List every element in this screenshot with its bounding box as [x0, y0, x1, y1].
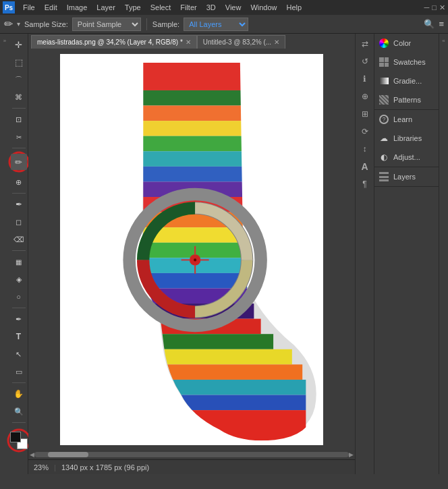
svg-rect-5	[136, 105, 247, 121]
adjust-icon: ◐	[379, 152, 389, 163]
panel-strip-extra2[interactable]: ↕	[358, 142, 372, 156]
slice-tool[interactable]: ✂	[11, 129, 27, 145]
heal-tool[interactable]: ⊕	[11, 174, 27, 190]
shape-tool[interactable]: ▭	[11, 364, 27, 380]
sample-size-label: Sample Size:	[24, 20, 68, 28]
tabs-bar: meias-listradas.png @ 34,2% (Layer 4, RG…	[28, 34, 355, 49]
eraser-tool[interactable]: ⌫	[11, 231, 27, 248]
pen-tool[interactable]: ✒	[11, 311, 27, 327]
minimize-btn[interactable]: ─	[424, 3, 430, 11]
scrollbar-track[interactable]	[34, 452, 349, 457]
menu-window[interactable]: Window	[246, 3, 281, 11]
status-separator: |	[54, 463, 56, 471]
maximize-btn[interactable]: □	[432, 3, 437, 11]
tab-meias-label: meias-listradas.png @ 34,2% (Layer 4, RG…	[37, 38, 183, 46]
menu-view[interactable]: View	[221, 3, 246, 11]
sample-size-select[interactable]: Point Sample 3 by 3 Average 5 by 5 Avera…	[72, 18, 141, 31]
menu-help[interactable]: Help	[283, 3, 306, 11]
svg-rect-22	[130, 364, 303, 380]
color-label: Color	[393, 39, 411, 47]
panel-strip-arrange[interactable]: ⇄	[358, 36, 372, 51]
right-panel: Color Swatches Gradie... Patterns	[374, 34, 439, 474]
panel-swatches-row[interactable]: Swatches	[374, 53, 439, 71]
menu-filter[interactable]: Filter	[176, 3, 200, 11]
panel-gradient-row[interactable]: Gradie...	[374, 71, 439, 90]
panel-patterns-row[interactable]: Patterns	[374, 90, 439, 109]
scrollbar-thumb[interactable]	[48, 452, 88, 457]
gradient-label: Gradie...	[393, 77, 422, 85]
gradient-icon	[379, 76, 389, 86]
menu-type[interactable]: Type	[121, 3, 145, 11]
menu-select[interactable]: Select	[146, 3, 175, 11]
crop-tool[interactable]: ⊡	[11, 111, 27, 127]
patterns-icon	[379, 94, 389, 105]
path-selection-tool[interactable]: ↖	[11, 346, 27, 362]
menu-edit[interactable]: Edit	[40, 3, 61, 11]
clone-tool[interactable]: ◻	[11, 214, 27, 230]
panel-strip-grid[interactable]: ⊞	[358, 107, 372, 121]
right-panel-collapse[interactable]: «	[439, 34, 448, 474]
left-panel-collapse[interactable]: »	[0, 34, 9, 474]
panel-layers-row[interactable]: Layers	[374, 167, 439, 186]
zoom-icon[interactable]: 🔍	[424, 19, 435, 29]
panel-color-row[interactable]: Color	[374, 34, 439, 53]
tab-untitled[interactable]: Untitled-3 @ 83,2% (... ✕	[197, 35, 285, 49]
svg-rect-8	[136, 151, 247, 167]
swatches-label: Swatches	[393, 58, 426, 66]
patterns-label: Patterns	[393, 96, 421, 104]
hand-tool[interactable]: ✋	[11, 386, 27, 402]
scroll-right-arrow[interactable]: ▶	[349, 451, 354, 458]
panel-strip-link[interactable]: ⊕	[358, 89, 372, 104]
lasso-tool[interactable]: ⌒	[11, 71, 27, 88]
arrange-icon[interactable]: ≡	[439, 19, 444, 29]
menu-bar: Ps File Edit Image Layer Type Select Fil…	[0, 0, 448, 15]
adjust-label: Adjust...	[393, 153, 420, 161]
tab-meias[interactable]: meias-listradas.png @ 34,2% (Layer 4, RG…	[31, 35, 197, 49]
panel-adjust-row[interactable]: ◐ Adjust...	[374, 148, 439, 167]
panel-strip-info[interactable]: ℹ	[358, 71, 372, 86]
gradient-tool[interactable]: ▦	[11, 254, 27, 270]
learn-icon: ?	[379, 114, 389, 125]
eyedropper-tool-container[interactable]: ✏	[8, 151, 30, 173]
svg-rect-4	[136, 90, 247, 105]
marquee-tool[interactable]: ⬚	[11, 54, 27, 70]
panel-libraries-row[interactable]: ☁ Libraries	[374, 129, 439, 148]
horizontal-scrollbar[interactable]: ◀ ▶	[28, 450, 355, 459]
zoom-tool[interactable]: 🔍	[11, 403, 27, 420]
blur-tool[interactable]: ◈	[11, 271, 27, 287]
tool-separator-5	[12, 308, 26, 308]
magic-wand-tool[interactable]: ⌘	[11, 89, 27, 105]
main-area: » ✛ ⬚ ⌒ ⌘ ⊡ ✂ ✏ ⊕ ✒ ◻ ⌫ ▦ ◈ ○ ✒ T ↖ ▭ ✋	[0, 34, 448, 474]
panel-learn-row[interactable]: ? Learn	[374, 110, 439, 129]
sample-select[interactable]: All Layers Current Layer	[184, 18, 248, 31]
panel-strip-extra1[interactable]: ⟳	[358, 124, 372, 139]
tool-separator-6	[12, 382, 26, 383]
tool-separator-1	[12, 108, 26, 109]
close-btn[interactable]: ✕	[439, 3, 445, 12]
svg-rect-21	[133, 349, 292, 364]
svg-rect-7	[136, 136, 247, 151]
panel-strip-paragraph[interactable]: ¶	[358, 177, 372, 192]
tab-untitled-close[interactable]: ✕	[274, 38, 279, 46]
move-tool[interactable]: ✛	[11, 36, 27, 53]
canvas[interactable]	[28, 49, 355, 450]
eyedropper-tool-icon: ✏	[4, 18, 13, 30]
tab-meias-close[interactable]: ✕	[186, 38, 191, 46]
dodge-tool[interactable]: ○	[11, 289, 27, 305]
color-boxes-container[interactable]	[7, 428, 31, 453]
eyedropper-tool[interactable]: ✏	[11, 154, 27, 170]
menu-image[interactable]: Image	[63, 3, 92, 11]
brush-tool[interactable]: ✒	[11, 196, 27, 212]
panel-strip-text[interactable]: A	[358, 159, 372, 174]
tool-separator-7	[12, 422, 26, 423]
menu-layer[interactable]: Layer	[92, 3, 119, 11]
menu-file[interactable]: File	[19, 3, 39, 11]
type-tool[interactable]: T	[11, 328, 27, 345]
foreground-color-box[interactable]	[10, 432, 21, 442]
learn-label: Learn	[393, 115, 412, 123]
panel-section-learn: ? Learn ☁ Libraries ◐ Adjust...	[374, 110, 439, 167]
svg-rect-6	[136, 121, 247, 136]
panel-strip-rotate[interactable]: ↺	[358, 54, 372, 69]
tool-options-arrow[interactable]: ▾	[17, 20, 20, 28]
menu-3d[interactable]: 3D	[202, 3, 220, 11]
